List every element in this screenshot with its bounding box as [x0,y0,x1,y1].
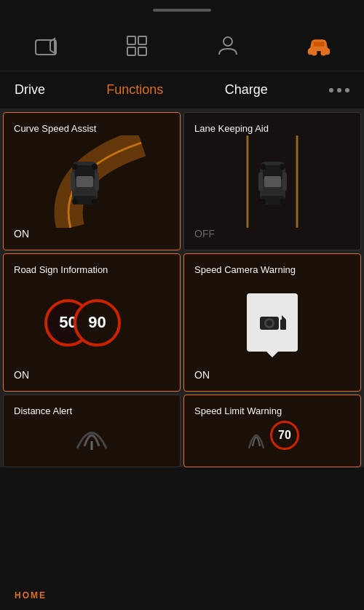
svg-rect-12 [71,173,75,191]
road-sign-information-status: ON [14,369,170,381]
speed-signs-container: 50 90 [44,290,139,355]
curve-speed-assist-card[interactable]: Curve Speed Assist ON [3,112,181,250]
lane-keeping-aid-card[interactable]: Lane Keeping Aid OFF [183,112,361,250]
svg-rect-31 [264,176,281,187]
svg-marker-1 [50,39,55,53]
svg-rect-4 [127,47,135,55]
svg-rect-13 [95,173,99,191]
lane-keeping-aid-visual [194,135,350,228]
svg-point-8 [321,50,325,55]
speed-camera-warning-visual [194,277,350,369]
tab-more-dots[interactable] [329,88,349,92]
svg-point-6 [223,37,232,46]
svg-point-16 [92,199,98,205]
svg-rect-19 [76,176,93,187]
feature-grid: Curve Speed Assist ON [0,109,364,395]
svg-point-30 [280,164,285,170]
distance-alert-card[interactable]: Distance Alert [3,395,181,467]
camera-sign-icon [247,293,298,352]
speed-limit-warning-title: Speed Limit Warning [194,405,350,418]
partial-speed-sign: 70 [270,421,299,450]
profile-nav-icon[interactable] [215,33,241,59]
svg-point-7 [312,50,316,55]
svg-rect-3 [138,36,146,44]
lane-keeping-aid-status: OFF [194,228,350,239]
curve-speed-assist-title: Curve Speed Assist [14,123,170,135]
svg-point-27 [260,199,266,205]
speed-limit-warning-visual: 70 [194,421,350,450]
svg-rect-5 [138,47,146,55]
road-sign-information-visual: 50 90 [14,277,170,369]
svg-rect-24 [258,173,263,191]
svg-rect-25 [282,173,287,191]
distance-wave-icon [63,421,121,450]
svg-point-29 [260,164,266,170]
svg-point-15 [72,199,78,205]
tab-drive[interactable]: Drive [15,79,45,100]
grid-nav-icon[interactable] [124,33,150,59]
road-sign-information-title: Road Sign Information [14,264,170,277]
road-sign-information-card[interactable]: Road Sign Information 50 90 ON [3,253,181,392]
speed-camera-warning-card[interactable]: Speed Camera Warning ON [183,253,361,392]
curve-speed-assist-status: ON [14,228,170,239]
lane-keeping-aid-title: Lane Keeping Aid [194,123,350,135]
svg-point-17 [72,164,78,170]
speed-camera-warning-status: ON [194,369,350,381]
home-label: HOME [15,590,47,601]
car-nav-icon[interactable] [306,33,332,59]
status-indicator [153,9,211,12]
distance-alert-visual [14,421,170,450]
dot-3 [345,88,349,92]
tab-charge[interactable]: Charge [225,79,268,100]
camera-nav-icon[interactable] [33,33,59,59]
lane-car-icon [253,151,293,213]
svg-rect-36 [280,320,286,330]
tab-functions[interactable]: Functions [106,79,163,100]
svg-point-28 [280,199,285,205]
curve-speed-assist-visual [14,135,170,228]
speed-limit-wave-icon [245,421,267,450]
svg-point-35 [266,320,272,326]
bottom-card-row: Distance Alert Speed Limit Warning 70 [0,395,364,467]
speed-sign-90: 90 [74,299,121,346]
dot-1 [329,88,333,92]
status-bar [0,0,364,20]
tab-bar: Drive Functions Charge [0,71,364,109]
nav-bar [0,20,364,71]
curve-car-icon [65,151,105,213]
home-bar: HOME [0,581,364,610]
svg-rect-9 [313,41,325,47]
svg-point-18 [92,164,98,170]
distance-alert-title: Distance Alert [14,405,170,418]
speed-camera-warning-title: Speed Camera Warning [194,264,350,277]
dot-2 [337,88,341,92]
svg-rect-2 [127,36,135,44]
speed-limit-warning-card[interactable]: Speed Limit Warning 70 [183,395,361,467]
